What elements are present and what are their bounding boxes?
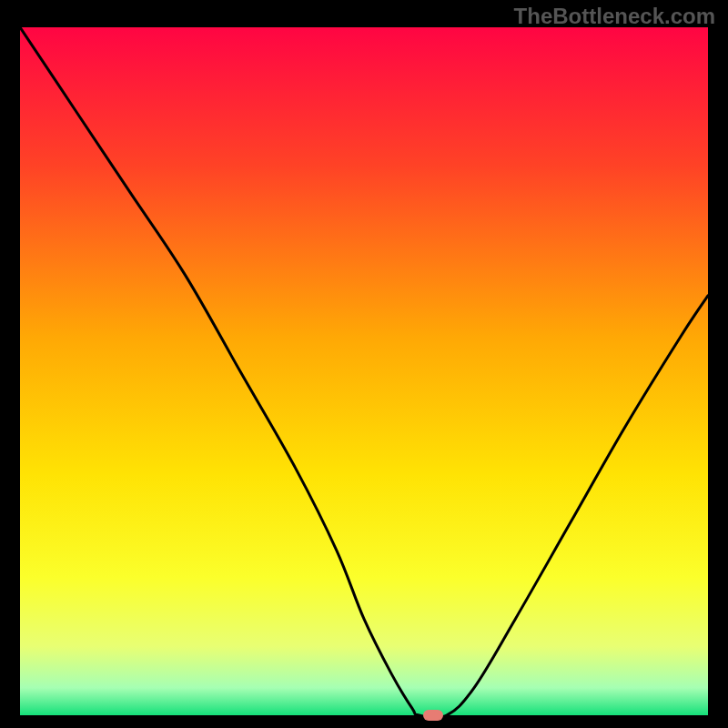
plot-area xyxy=(20,27,708,715)
optimum-marker xyxy=(423,710,443,721)
gradient-bg xyxy=(20,27,708,715)
chart-svg xyxy=(20,27,708,715)
watermark-text: TheBottleneck.com xyxy=(514,4,715,29)
chart-frame: TheBottleneck.com xyxy=(0,0,728,728)
